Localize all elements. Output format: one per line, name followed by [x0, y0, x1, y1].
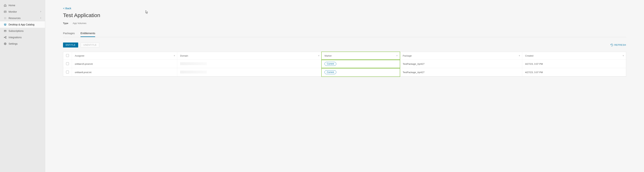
- svg-point-5: [5, 18, 5, 18]
- chevron-right-icon: [40, 17, 42, 19]
- sidebar-item-subscriptions[interactable]: Subscriptions: [0, 28, 45, 34]
- column-header-domain[interactable]: Domain: [177, 52, 322, 60]
- meta-line: Type App Volumes: [63, 22, 626, 24]
- unentitle-button: UNENTITLE: [81, 43, 99, 48]
- marker-pill: Current: [324, 70, 336, 74]
- page-title: Test Application: [63, 12, 626, 18]
- meta-type-label: Type: [63, 22, 68, 24]
- svg-point-3: [6, 17, 6, 18]
- catalog-icon: [3, 23, 7, 26]
- column-label: Marker: [324, 54, 332, 57]
- monitor-icon: [3, 10, 7, 13]
- svg-point-9: [6, 19, 6, 19]
- filter-icon[interactable]: [174, 54, 175, 57]
- meta-type-value: App Volumes: [73, 22, 86, 24]
- column-label: Assignee: [75, 54, 84, 57]
- svg-point-2: [5, 17, 5, 18]
- sidebar: Home Monitor Resources Desktop & A: [0, 0, 45, 172]
- subscriptions-icon: [3, 29, 7, 32]
- column-header-package[interactable]: Package: [400, 52, 522, 60]
- cell-package: TestPackage_April27: [400, 60, 522, 68]
- tabs: Packages Entitlements: [63, 30, 626, 37]
- svg-point-14: [6, 36, 6, 37]
- filter-icon[interactable]: [518, 54, 520, 57]
- filter-icon[interactable]: [622, 54, 624, 57]
- cell-assignee: orititan8.prod.int: [72, 68, 177, 77]
- entitle-button[interactable]: ENTITLE: [63, 43, 78, 48]
- tab-entitlements[interactable]: Entitlements: [80, 30, 95, 37]
- cell-created: 4/27/23, 3:07 PM: [522, 68, 626, 77]
- cell-marker: Current: [322, 60, 400, 68]
- svg-point-4: [4, 18, 5, 18]
- back-link[interactable]: < Back: [63, 7, 71, 10]
- main-content: < Back Test Application Type App Volumes…: [45, 0, 644, 172]
- refresh-icon: [610, 44, 613, 46]
- sidebar-item-integrations[interactable]: Integrations: [0, 34, 45, 41]
- sidebar-item-home[interactable]: Home: [0, 2, 45, 8]
- sidebar-item-label: Desktop & App Catalog: [8, 23, 42, 26]
- table-row: orititan15.prod.int Current TestPackage_…: [63, 60, 626, 68]
- svg-point-6: [6, 18, 6, 18]
- svg-line-16: [5, 37, 6, 37]
- table-row: orititan8.prod.int Current TestPackage_A…: [63, 68, 626, 77]
- svg-point-13: [4, 37, 5, 38]
- sidebar-item-label: Integrations: [8, 36, 42, 39]
- chevron-right-icon: [40, 10, 42, 13]
- sidebar-item-resources[interactable]: Resources: [0, 15, 45, 21]
- svg-line-17: [5, 37, 6, 38]
- home-icon: [3, 4, 7, 7]
- sidebar-item-desktop-app-catalog[interactable]: Desktop & App Catalog: [0, 21, 45, 28]
- integrations-icon: [3, 36, 7, 39]
- svg-point-8: [5, 19, 5, 19]
- cell-domain: [177, 60, 322, 68]
- column-header-assignee[interactable]: Assignee: [72, 52, 177, 60]
- filter-icon[interactable]: [396, 54, 398, 57]
- row-checkbox[interactable]: [66, 62, 69, 65]
- svg-point-1: [4, 17, 5, 18]
- sidebar-item-label: Subscriptions: [8, 29, 42, 32]
- tab-packages[interactable]: Packages: [63, 30, 75, 37]
- svg-point-7: [4, 19, 5, 19]
- cell-domain: [177, 68, 322, 77]
- cell-package: TestPackage_April27: [400, 68, 522, 77]
- sidebar-item-monitor[interactable]: Monitor: [0, 8, 45, 15]
- svg-point-18: [5, 43, 6, 44]
- resources-icon: [3, 17, 7, 19]
- redacted-domain: [180, 71, 207, 74]
- column-header-marker[interactable]: Marker: [322, 52, 400, 60]
- sidebar-item-label: Home: [8, 4, 42, 7]
- filter-icon[interactable]: [318, 54, 320, 57]
- cell-created: 4/27/23, 3:07 PM: [522, 60, 626, 68]
- column-label: Package: [403, 54, 412, 57]
- sidebar-item-label: Settings: [8, 42, 42, 45]
- toolbar: ENTITLE UNENTITLE REFRESH: [63, 43, 626, 48]
- svg-rect-11: [4, 30, 6, 32]
- entitlements-table: Assignee Domain Marker: [63, 52, 626, 77]
- marker-pill: Current: [324, 62, 336, 66]
- sidebar-item-label: Resources: [8, 17, 40, 19]
- gear-icon: [3, 42, 7, 45]
- column-header-created[interactable]: Created: [522, 52, 626, 60]
- select-all-checkbox[interactable]: [66, 54, 69, 57]
- refresh-label: REFRESH: [614, 44, 626, 46]
- svg-marker-10: [4, 23, 6, 25]
- sidebar-item-settings[interactable]: Settings: [0, 41, 45, 47]
- cell-assignee: orititan15.prod.int: [72, 60, 177, 68]
- svg-point-15: [6, 38, 6, 38]
- select-all-header: [63, 52, 72, 60]
- refresh-button[interactable]: REFRESH: [610, 44, 626, 46]
- sidebar-item-label: Monitor: [8, 10, 40, 13]
- column-label: Created: [525, 54, 533, 57]
- redacted-domain: [180, 62, 207, 65]
- row-checkbox[interactable]: [66, 71, 69, 74]
- column-label: Domain: [180, 54, 188, 57]
- cell-marker: Current: [322, 68, 400, 77]
